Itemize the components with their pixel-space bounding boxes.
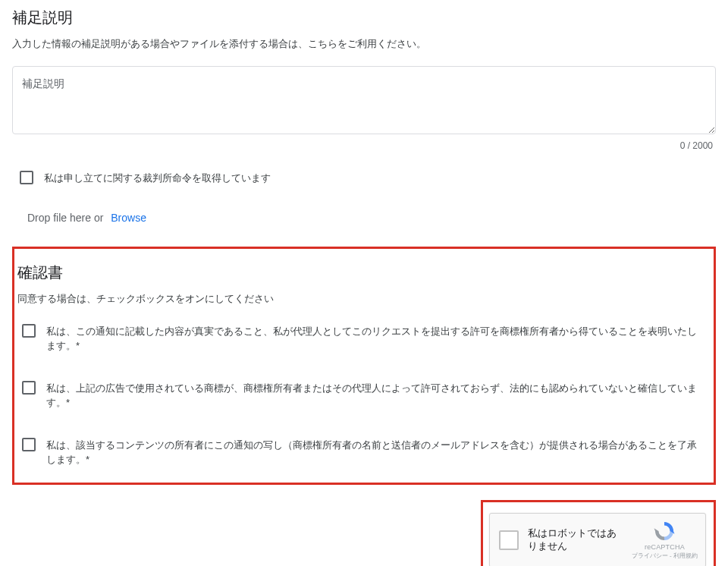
browse-link[interactable]: Browse [111,212,146,224]
supplement-section: 補足説明 入力した情報の補足説明がある場合やファイルを添付する場合は、こちらをご… [12,8,716,224]
confirm-label-2: 私は、該当するコンテンツの所有者にこの通知の写し（商標権所有者の名前と送信者のメ… [46,438,706,467]
file-drop-area[interactable]: Drop file here or Browse [27,212,716,224]
recaptcha-widget: 私はロボットではありません reCAPTCHA プライバシー - 利用規約 [489,513,706,567]
charcount: 0 / 2000 [12,140,716,151]
recaptcha-text: 私はロボットではありません [528,527,623,553]
confirm-checkbox-1[interactable] [22,381,36,395]
confirm-item-2: 私は、該当するコンテンツの所有者にこの通知の写し（商標権所有者の名前と送信者のメ… [17,435,711,470]
supplement-title: 補足説明 [12,8,716,28]
confirmation-title: 確認書 [17,263,711,283]
recaptcha-checkbox[interactable] [499,530,519,550]
supplement-description: 入力した情報の補足説明がある場合やファイルを添付する場合は、こちらをご利用くださ… [12,37,716,51]
file-drop-text: Drop file here or [27,212,103,224]
recaptcha-terms: プライバシー - 利用規約 [632,552,698,560]
footer-highlight-box: 私はロボットではありません reCAPTCHA プライバシー - 利用規約 送信 [481,500,716,567]
confirmation-description: 同意する場合は、チェックボックスをオンにしてください [17,292,711,306]
confirm-item-1: 私は、上記の広告で使用されている商標が、商標権所有者またはその代理人によって許可… [17,378,711,413]
court-order-label: 私は申し立てに関する裁判所命令を取得しています [44,171,271,186]
svg-marker-0 [654,528,659,531]
supplement-textarea-wrap [12,66,716,137]
confirm-checkbox-0[interactable] [22,324,36,338]
recaptcha-brand: reCAPTCHA [645,543,685,551]
confirm-item-0: 私は、この通知に記載した内容が真実であること、私が代理人としてこのリクエストを提… [17,321,711,357]
court-order-row: 私は申し立てに関する裁判所命令を取得しています [12,168,716,189]
recaptcha-badge: reCAPTCHA プライバシー - 利用規約 [632,520,698,560]
confirm-checkbox-2[interactable] [22,438,36,451]
confirm-label-0: 私は、この通知に記載した内容が真実であること、私が代理人としてこのリクエストを提… [46,324,706,354]
court-order-checkbox[interactable] [20,171,33,184]
supplement-textarea[interactable] [12,66,716,134]
recaptcha-logo-icon [653,520,676,542]
confirmation-highlight-box: 確認書 同意する場合は、チェックボックスをオンにしてください 私は、この通知に記… [12,247,716,485]
confirm-label-1: 私は、上記の広告で使用されている商標が、商標権所有者またはその代理人によって許可… [46,381,706,410]
